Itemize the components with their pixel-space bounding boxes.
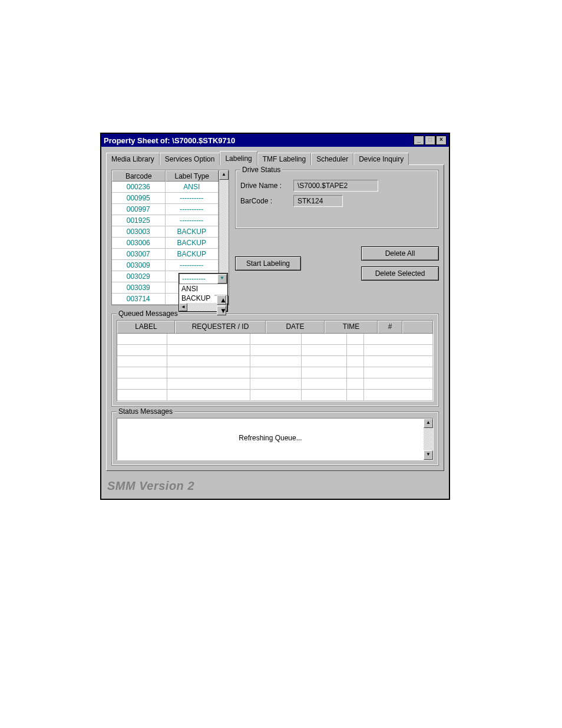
minimize-button[interactable]: _ — [414, 136, 424, 145]
table-row[interactable] — [117, 390, 433, 401]
tab-device-inquiry[interactable]: Device Inquiry — [353, 153, 409, 165]
table-row[interactable] — [117, 345, 433, 356]
barcode-value: STK124 — [293, 195, 343, 207]
maximize-button: □ — [425, 136, 435, 145]
scroll-down-icon[interactable]: ▼ — [217, 306, 226, 315]
drive-name-label: Drive Name : — [240, 182, 293, 190]
table-row[interactable] — [117, 334, 433, 345]
table-row[interactable]: 000236ANSI — [112, 182, 219, 193]
status-messages-legend: Status Messages — [117, 407, 174, 416]
scroll-up-icon[interactable]: ▲ — [219, 170, 229, 180]
table-row[interactable] — [117, 356, 433, 367]
col-blank[interactable] — [402, 321, 433, 334]
table-row[interactable]: 003009---------- — [112, 260, 219, 271]
drive-status-legend: Drive Status — [240, 166, 282, 174]
tab-scheduler[interactable]: Scheduler — [311, 153, 353, 165]
combo-display-text: ---------- — [180, 275, 217, 283]
col-date[interactable]: DATE — [266, 321, 325, 334]
barcode-header-label-type[interactable]: Label Type — [166, 170, 219, 182]
delete-all-button[interactable]: Delete All — [361, 246, 439, 261]
footer-version: SMM Version 2 — [101, 476, 449, 499]
tabs: Media Library Services Option Labeling T… — [106, 150, 444, 165]
table-row[interactable]: 000997---------- — [112, 204, 219, 215]
tab-labeling[interactable]: Labeling — [220, 151, 257, 166]
table-row[interactable]: 003003BACKUP — [112, 226, 219, 238]
status-text: Refreshing Queue... — [117, 419, 424, 460]
close-button[interactable]: × — [436, 136, 447, 145]
status-scrollbar[interactable]: ▲ ▼ — [424, 419, 433, 460]
table-row[interactable]: 003006BACKUP — [112, 238, 219, 249]
barcode-header-barcode[interactable]: Barcode — [112, 170, 166, 182]
col-label[interactable]: LABEL — [117, 321, 175, 334]
table-row[interactable]: 003007BACKUP — [112, 249, 219, 260]
label-type-combo[interactable]: ---------- ▼ ANSI BACKUP ▲ ▼ — [178, 273, 228, 312]
barcode-table-wrap: Barcode Label Type 000236ANSI 000995----… — [111, 170, 229, 305]
queued-messages-group: Queued Messages LABEL REQUESTER / ID DAT… — [111, 314, 439, 407]
titlebar: Property Sheet of: \S7000.$STK9710 _ □ × — [101, 134, 449, 147]
drive-status-group: Drive Status Drive Name : \S7000.$TAPE2 … — [235, 170, 439, 229]
tab-tmf-labeling[interactable]: TMF Labeling — [257, 153, 311, 165]
chevron-down-icon[interactable]: ▼ — [217, 274, 227, 284]
scroll-down-icon[interactable]: ▼ — [424, 450, 433, 460]
col-time[interactable]: TIME — [325, 321, 378, 334]
table-row[interactable]: 001925---------- — [112, 215, 219, 226]
queued-messages-table[interactable]: LABEL REQUESTER / ID DATE TIME # — [117, 320, 434, 401]
scroll-up-icon[interactable]: ▲ — [217, 295, 226, 305]
combo-vertical-scrollbar[interactable]: ▲ ▼ — [214, 295, 227, 296]
status-messages-group: Status Messages Refreshing Queue... ▲ ▼ — [111, 411, 439, 466]
tab-panel-labeling: Barcode Label Type 000236ANSI 000995----… — [106, 164, 444, 471]
queued-messages-legend: Queued Messages — [117, 309, 180, 318]
delete-selected-button[interactable]: Delete Selected — [361, 266, 439, 281]
property-sheet-window: Property Sheet of: \S7000.$STK9710 _ □ ×… — [100, 133, 450, 500]
tab-media-library[interactable]: Media Library — [106, 153, 160, 165]
table-row[interactable] — [117, 378, 433, 390]
combo-option[interactable]: BACKUP — [179, 294, 219, 303]
table-row[interactable]: 000995---------- — [112, 193, 219, 204]
tab-services-option[interactable]: Services Option — [160, 153, 220, 165]
combo-option[interactable]: ANSI — [179, 284, 219, 294]
table-row[interactable] — [117, 367, 433, 378]
col-num[interactable]: # — [378, 321, 402, 334]
drive-name-value: \S7000.$TAPE2 — [293, 180, 378, 192]
scroll-up-icon[interactable]: ▲ — [424, 419, 433, 428]
col-requester[interactable]: REQUESTER / ID — [175, 321, 266, 334]
scroll-left-icon[interactable]: ◄ — [179, 303, 187, 311]
start-labeling-button[interactable]: Start Labeling — [235, 256, 301, 271]
window-title: Property Sheet of: \S7000.$STK9710 — [104, 136, 413, 145]
barcode-label: BarCode : — [240, 197, 293, 205]
